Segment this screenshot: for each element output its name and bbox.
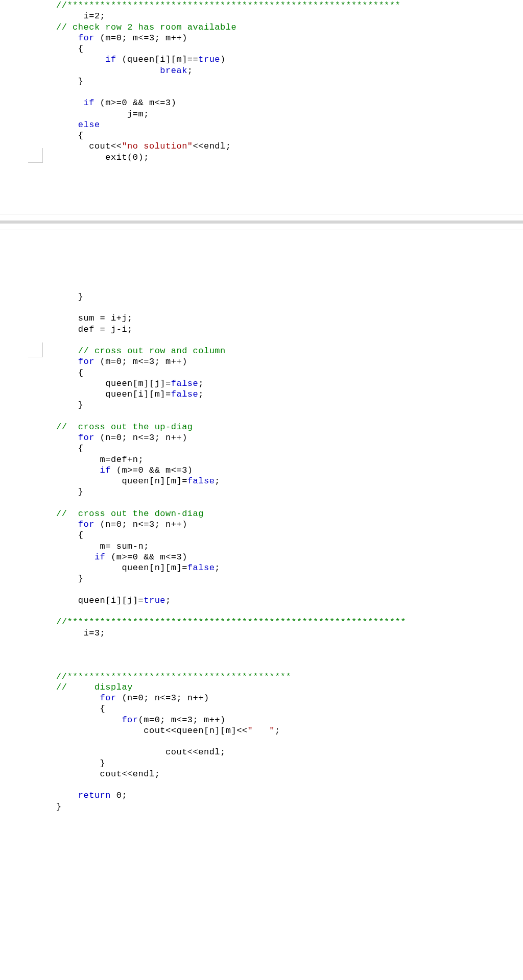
code: queen[i][m]=: [56, 389, 171, 399]
comment-prefix: //: [56, 682, 94, 692]
keyword-false: false: [187, 563, 215, 573]
semi: ;: [215, 563, 220, 573]
code-block-1: //**************************************…: [56, 0, 523, 163]
brace: {: [56, 131, 84, 140]
comment-stars: //**************************************…: [56, 617, 406, 627]
keyword-break: break: [160, 66, 187, 76]
code: (m=0; m<=3; m++): [94, 33, 187, 43]
bottom-margin: [0, 168, 523, 214]
comment: cross out the down-diag: [78, 509, 204, 519]
code: exit(0);: [56, 153, 149, 162]
page-corner-mark: [28, 342, 43, 357]
string: "no solution": [122, 141, 193, 151]
code: cout<<queen[n][m]<<: [56, 726, 248, 736]
keyword-if: if: [56, 98, 94, 108]
string: " ": [248, 726, 275, 736]
code: (m=0; m<=3; m++): [94, 357, 187, 366]
code: queen[n][m]=: [56, 563, 187, 573]
brace: }: [56, 802, 62, 812]
comment-prefix: //: [56, 422, 78, 432]
keyword-if: if: [56, 552, 105, 562]
semi: ;: [165, 596, 171, 605]
brace: {: [56, 530, 84, 540]
comment-prefix: //: [56, 22, 73, 32]
comment-stars: //**************************************…: [56, 672, 291, 681]
keyword-for: for: [56, 693, 116, 703]
brace: {: [56, 44, 84, 54]
brace: {: [56, 444, 84, 453]
code: (m=0; m<=3; m++): [138, 715, 226, 725]
page-break: [0, 214, 523, 230]
brace: {: [56, 704, 105, 714]
semi: ;: [198, 379, 204, 388]
comment-prefix: //: [56, 346, 94, 356]
brace: }: [56, 758, 105, 768]
brace: }: [56, 77, 84, 86]
code: 0;: [111, 791, 127, 800]
comment: check row 2 has room available: [73, 22, 236, 32]
code: def = j-i;: [56, 325, 133, 334]
code: queen[n][m]=: [56, 476, 187, 486]
code-line: i=2;: [56, 11, 105, 21]
code: m= sum-n;: [56, 542, 149, 551]
code: cout<<endl;: [56, 747, 226, 757]
keyword-if: if: [56, 465, 111, 475]
brace: }: [56, 487, 84, 497]
keyword-for: for: [56, 357, 94, 366]
semi: ;: [275, 726, 280, 736]
comment-stars: //**************************************…: [56, 1, 400, 10]
document-page: //**************************************…: [0, 0, 523, 817]
semi: ;: [187, 66, 193, 76]
keyword-for: for: [56, 520, 94, 529]
code: (n=0; n<=3; n++): [94, 433, 187, 443]
indent: [56, 791, 78, 800]
top-margin: [0, 230, 523, 291]
comment: cross out the up-diag: [78, 422, 193, 432]
code-section-1: //**************************************…: [0, 0, 523, 168]
keyword-false: false: [171, 379, 199, 388]
keyword-false: false: [187, 476, 215, 486]
code: (n=0; n<=3; n++): [94, 520, 187, 529]
code: sum = i+j;: [56, 313, 133, 323]
page-corner-mark: [28, 148, 43, 163]
code: ): [220, 55, 226, 64]
keyword-if: if: [56, 55, 116, 64]
code: m=def+n;: [56, 455, 144, 464]
code: (m>=0 && m<=3): [111, 465, 193, 475]
keyword-for: for: [56, 433, 94, 443]
code: queen[i][j]=: [56, 596, 144, 605]
brace: {: [56, 368, 84, 378]
comment-prefix: //: [56, 509, 78, 519]
keyword-else: else: [78, 120, 100, 130]
code: (m>=0 && m<=3): [94, 98, 177, 108]
semi: ;: [198, 389, 204, 399]
keyword-false: false: [171, 389, 199, 399]
code: (m>=0 && m<=3): [105, 552, 187, 562]
keyword-return: return: [78, 791, 111, 800]
comment: cross out row and column: [94, 346, 226, 356]
code: (n=0; n<=3; n++): [116, 693, 209, 703]
code: j=m;: [56, 109, 149, 119]
indent: [56, 66, 160, 76]
code-block-2: } sum = i+j; def = j-i; // cross out row…: [56, 291, 523, 812]
comment: display: [94, 682, 133, 692]
brace: }: [56, 574, 84, 583]
indent: [56, 120, 78, 130]
brace: }: [56, 292, 84, 302]
code: cout<<: [56, 141, 122, 151]
code: cout<<endl;: [56, 769, 160, 779]
code: queen[m][j]=: [56, 379, 171, 388]
keyword-true: true: [144, 596, 165, 605]
code-section-2: } sum = i+j; def = j-i; // cross out row…: [0, 291, 523, 817]
code: (queen[i][m]==: [116, 55, 199, 64]
keyword-true: true: [198, 55, 220, 64]
code: i=3;: [56, 628, 105, 638]
keyword-for: for: [56, 33, 94, 43]
semi: ;: [215, 476, 220, 486]
code: <<endl;: [193, 141, 231, 151]
keyword-for: for: [56, 715, 138, 725]
brace: }: [56, 400, 84, 410]
